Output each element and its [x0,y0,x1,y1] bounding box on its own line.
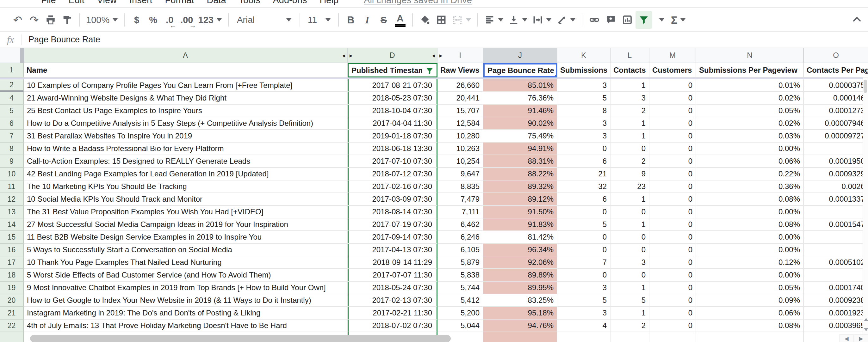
cell-customers[interactable]: 0 [649,206,696,218]
cell-customers[interactable]: 0 [649,180,696,193]
cell-contacts-per-pageview[interactable]: 0.0009238 [804,294,868,307]
cell-published-timestamp[interactable]: 2018-07-12 07:30 [348,168,437,180]
cell-submissions[interactable]: 0 [557,244,611,256]
cell-contacts[interactable]: 9 [611,168,649,180]
cell-contacts-per-pageview[interactable] [804,244,868,256]
cell-contacts[interactable]: 3 [611,256,649,269]
cell-contacts-per-pageview[interactable] [804,142,868,155]
cell-submissions[interactable]: 6 [557,155,611,168]
cell-A1[interactable]: Name [24,63,348,77]
hide-menus-button[interactable] [853,17,861,25]
cell-customers[interactable]: 0 [649,269,696,282]
cell-page-bounce-rate[interactable]: 81.42% [483,231,557,244]
cell-submissions-per-pageview[interactable]: 0.00% [696,244,804,256]
cell-name[interactable]: Instagram Marketing in 2019: The Do's an… [24,307,348,319]
cell-submissions-per-pageview[interactable]: 0.05% [696,105,804,117]
cell-customers[interactable]: 0 [649,130,696,142]
cell-contacts-per-pageview[interactable]: 0.0001740 [804,282,868,294]
row-header[interactable]: 5 [0,105,24,117]
cell-contacts-per-pageview[interactable] [804,231,868,244]
text-wrap-button[interactable] [530,11,554,29]
cell-name[interactable]: The 10 Marketing KPIs You Should Be Trac… [24,180,348,193]
menu-edit[interactable]: Edit [69,0,85,5]
format-currency-button[interactable]: $ [128,11,145,29]
frozen-column-divider[interactable] [20,48,24,63]
cell-submissions-per-pageview[interactable]: 0.08% [696,319,804,332]
cell-contacts[interactable]: 0 [611,244,649,256]
cell-contacts-per-pageview[interactable]: 0.0026 [804,180,868,193]
vertical-align-button[interactable] [506,11,530,29]
row-header[interactable]: 21 [0,307,24,319]
cell-N1[interactable]: Submissions Per Pageview [696,63,804,77]
menu-tools[interactable]: Tools [239,0,260,5]
cell-submissions-per-pageview[interactable]: 0.00% [696,231,804,244]
cell[interactable] [611,332,649,342]
cell-contacts[interactable]: 3 [611,92,649,105]
cell-contacts[interactable]: 1 [611,193,649,206]
row-header[interactable]: 8 [0,142,24,155]
cell-name[interactable]: How to Write a Badass Professional Bio f… [24,142,348,155]
paint-format-button[interactable] [59,11,75,29]
cell-name[interactable]: Call-to-Action Examples: 15 Designed to … [24,155,348,168]
cell-page-bounce-rate[interactable]: 94.76% [483,319,557,332]
scroll-down-icon[interactable] [864,328,868,331]
scroll-right-button[interactable]: ▶ [854,335,868,342]
print-button[interactable] [42,11,59,29]
cell-customers[interactable]: 0 [649,218,696,231]
cell-submissions-per-pageview[interactable]: 0.00% [696,142,804,155]
row-header[interactable]: 18 [0,269,24,282]
cell-submissions[interactable]: 8 [557,105,611,117]
cell-published-timestamp[interactable]: 2018-05-23 07:30 [348,92,437,105]
cell-contacts[interactable]: 1 [611,218,649,231]
cell-name[interactable]: How to Do a Competitive Analysis in 5 Ea… [24,117,348,130]
cell-submissions[interactable]: 4 [557,319,611,332]
cell-published-timestamp[interactable]: 2017-08-21 07:30 [348,79,437,92]
cell-contacts[interactable]: 2 [611,105,649,117]
cell-submissions[interactable]: 6 [557,193,611,206]
cell-page-bounce-rate[interactable]: 91.50% [483,206,557,218]
row-header[interactable]: 11 [0,180,24,193]
cell-contacts-per-pageview[interactable]: 0.000146 [804,92,868,105]
cell-name[interactable]: 5 Ways to Successfully Start a Conversat… [24,244,348,256]
cell-raw-views[interactable]: 15,707 [437,105,483,117]
cell-submissions-per-pageview[interactable]: 0.06% [696,307,804,319]
col-header-L[interactable]: L [611,48,649,63]
cell-contacts[interactable]: 0 [611,231,649,244]
cell-page-bounce-rate[interactable]: 75.49% [483,130,557,142]
cell-published-timestamp[interactable]: 2017-07-07 11:30 [348,269,437,282]
insert-link-button[interactable] [586,11,602,29]
cell-submissions-per-pageview[interactable]: 0.02% [696,92,804,105]
cell-raw-views[interactable]: 7,479 [437,193,483,206]
cell-name[interactable]: 9 Most Innovative Chatbot Examples in 20… [24,282,348,294]
row-header[interactable]: 7 [0,130,24,142]
row-header[interactable]: 13 [0,206,24,218]
cell-contacts[interactable]: 1 [611,130,649,142]
bold-button[interactable]: B [343,11,359,29]
cell-submissions[interactable]: 3 [557,117,611,130]
cell-name[interactable]: 5 Worst Side Effects of Bad Customer Ser… [24,269,348,282]
cell-raw-views[interactable]: 10,263 [437,142,483,155]
cell-customers[interactable]: 0 [649,105,696,117]
row-header[interactable]: 10 [0,168,24,180]
fill-color-button[interactable] [416,11,433,29]
cell-raw-views[interactable]: 5,838 [437,269,483,282]
cell-submissions[interactable]: 5 [557,92,611,105]
cell-submissions[interactable]: 5 [557,294,611,307]
cell-customers[interactable]: 0 [649,142,696,155]
cell-published-timestamp[interactable]: 2017-03-09 07:30 [348,193,437,206]
cell-published-timestamp[interactable]: 2018-08-14 07:30 [348,206,437,218]
cell-submissions[interactable]: 5 [557,218,611,231]
increase-decimal-button[interactable]: .00→ [178,11,195,29]
row-header[interactable]: 4 [0,92,24,105]
cell-name[interactable]: 31 Best Parallax Websites To Inspire You… [24,130,348,142]
cell-contacts[interactable]: 0 [611,269,649,282]
cell-customers[interactable]: 0 [649,244,696,256]
functions-button[interactable]: Σ [669,11,688,29]
cell-submissions-per-pageview[interactable]: 0.09% [696,294,804,307]
filter-funnel-icon[interactable] [425,66,434,75]
cell-name[interactable]: 10 Social Media KPIs You Should Track an… [24,193,348,206]
cell-submissions[interactable]: 32 [557,180,611,193]
font-size-select[interactable]: 11 [304,11,334,29]
cell-submissions-per-pageview[interactable]: 0.01% [696,79,804,92]
cell-contacts-per-pageview[interactable]: 0.0001273 [804,105,868,117]
